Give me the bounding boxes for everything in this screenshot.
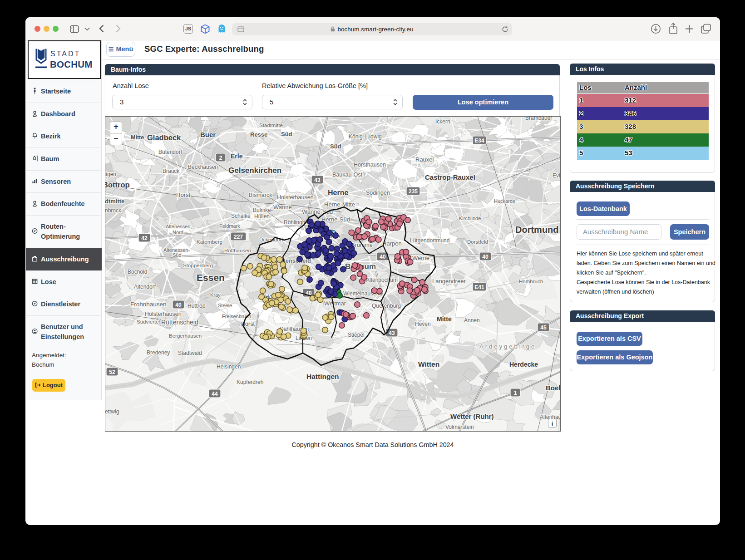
svg-text:Feldmark: Feldmark — [219, 223, 240, 229]
svg-text:Bochold: Bochold — [128, 269, 147, 275]
svg-text:2: 2 — [219, 155, 222, 161]
svg-text:Altenessen-: Altenessen- — [166, 224, 192, 229]
svg-text:Herne: Herne — [328, 189, 348, 196]
svg-text:Boele: Boele — [546, 384, 560, 392]
svg-text:Baukau-Ost: Baukau-Ost — [332, 172, 363, 178]
svg-text:Holsterhausen: Holsterhausen — [145, 311, 182, 317]
svg-text:Wanne: Wanne — [273, 204, 292, 211]
svg-text:Wetter (Ruhr): Wetter (Ruhr) — [450, 413, 494, 420]
svg-text:dtmitte: dtmitte — [105, 198, 124, 205]
svg-text:Erle: Erle — [231, 152, 243, 160]
svg-text:44: 44 — [212, 391, 218, 397]
svg-text:Hombruch: Hombruch — [519, 279, 543, 284]
svg-text:Stadtmitte: Stadtmitte — [259, 123, 283, 128]
svg-text:Altenbochum: Altenbochum — [366, 277, 398, 283]
svg-text:Rüttenscheid: Rüttenscheid — [161, 319, 198, 326]
svg-text:Beckhausen: Beckhausen — [188, 164, 218, 170]
svg-text:Witten: Witten — [418, 360, 439, 368]
svg-text:Annen: Annen — [464, 317, 480, 324]
svg-text:Ardeygebirge: Ardeygebirge — [479, 343, 536, 350]
svg-text:nbrock: nbrock — [105, 207, 122, 214]
svg-text:Bulmke-: Bulmke- — [253, 207, 273, 213]
svg-text:Nord: Nord — [173, 230, 183, 235]
svg-text:Kray: Kray — [210, 292, 221, 298]
svg-text:Brauck: Brauck — [163, 168, 180, 174]
svg-text:E34: E34 — [474, 138, 484, 144]
svg-text:Stoppenberg: Stoppenberg — [183, 263, 213, 268]
svg-text:Ickern: Ickern — [435, 118, 450, 125]
svg-text:Langendreer: Langendreer — [432, 278, 466, 285]
svg-text:Gladbeck: Gladbeck — [147, 133, 181, 142]
svg-text:Essen: Essen — [197, 272, 225, 283]
svg-text:Castrop-Rauxel: Castrop-Rauxel — [425, 173, 475, 181]
svg-text:Querenburg: Querenburg — [372, 303, 401, 309]
svg-text:Dortmund: Dortmund — [515, 225, 559, 235]
svg-text:52: 52 — [109, 369, 115, 375]
svg-text:Herdecke: Herdecke — [509, 361, 538, 368]
svg-text:Heisingen: Heisingen — [217, 364, 241, 370]
svg-text:40: 40 — [482, 254, 488, 260]
svg-text:Lütgendortmund: Lütgendortmund — [410, 237, 449, 244]
svg-text:Stiepel: Stiepel — [348, 332, 365, 338]
svg-text:Bredeney: Bredeney — [147, 349, 170, 356]
svg-text:Kupferdreh: Kupferdreh — [237, 379, 263, 385]
svg-text:45: 45 — [540, 324, 547, 331]
svg-text:Altendorf: Altendorf — [134, 284, 156, 290]
svg-text:Herne-Süd: Herne-Süd — [321, 216, 350, 223]
svg-text:Harpen: Harpen — [382, 240, 402, 247]
svg-text:Huckarde: Huckarde — [494, 198, 515, 204]
svg-text:tigen: tigen — [105, 171, 116, 177]
svg-text:Horst: Horst — [176, 192, 190, 198]
svg-text:Weitmar: Weitmar — [324, 300, 346, 307]
svg-text:Brambauer: Brambauer — [525, 117, 552, 121]
svg-text:Bergerhausen: Bergerhausen — [169, 333, 202, 339]
svg-text:König-Ludwig: König-Ludwig — [349, 133, 382, 140]
svg-text:Süd: Süd — [281, 131, 292, 138]
svg-text:1: 1 — [514, 390, 517, 396]
svg-text:Gelsenkirchen: Gelsenkirchen — [228, 166, 281, 175]
svg-text:Katernberg: Katernberg — [197, 239, 222, 245]
svg-text:Stadtwald: Stadtwald — [178, 350, 202, 356]
svg-text:Frohnhausen: Frohnhausen — [130, 301, 167, 308]
svg-text:43: 43 — [314, 177, 321, 183]
svg-text:Butendorf: Butendorf — [158, 149, 183, 155]
svg-text:Heven: Heven — [415, 321, 431, 327]
svg-text:Dorstfeld: Dorstfeld — [467, 239, 488, 245]
svg-text:Werne: Werne — [412, 255, 429, 261]
svg-text:Resse: Resse — [250, 131, 267, 138]
svg-text:40: 40 — [380, 254, 386, 260]
svg-text:Huttrop: Huttrop — [187, 303, 206, 309]
svg-text:Horsthausen: Horsthausen — [354, 162, 386, 168]
svg-text:Rauxel: Rauxel — [415, 156, 434, 163]
svg-text:Herne-Mitte: Herne-Mitte — [324, 201, 355, 208]
svg-text:Buer: Buer — [200, 131, 216, 138]
svg-text:Evin: Evin — [553, 172, 560, 179]
svg-text:Rotthausen: Rotthausen — [224, 248, 251, 253]
svg-text:Mitte: Mitte — [437, 315, 452, 323]
svg-text:43: 43 — [389, 330, 395, 336]
svg-text:Schalke: Schalke — [231, 213, 251, 219]
svg-text:Hattingen: Hattingen — [306, 373, 339, 380]
svg-text:Steele: Steele — [218, 303, 232, 308]
svg-text:42: 42 — [141, 235, 148, 241]
svg-text:40: 40 — [175, 302, 182, 308]
svg-text:E41: E41 — [474, 284, 484, 290]
svg-text:ettwig: ettwig — [105, 408, 119, 415]
svg-text:Mitte: Mitte — [131, 134, 144, 141]
svg-text:Holsterhausen: Holsterhausen — [277, 194, 314, 201]
svg-text:Bismarck: Bismarck — [249, 192, 272, 198]
svg-text:Südviertel: Südviertel — [137, 319, 160, 324]
svg-text:235: 235 — [409, 188, 418, 195]
svg-text:Süd: Süd — [330, 143, 341, 150]
svg-text:Kirchlinde: Kirchlinde — [459, 216, 481, 221]
svg-text:Bottrop: Bottrop — [105, 181, 130, 189]
svg-text:Süd: Süd — [173, 252, 182, 258]
svg-text:Hüllen: Hüllen — [254, 213, 270, 220]
svg-text:Volmarstein: Volmarstein — [445, 424, 474, 430]
svg-text:227: 227 — [234, 234, 243, 240]
svg-text:Sodingen: Sodingen — [366, 190, 390, 196]
